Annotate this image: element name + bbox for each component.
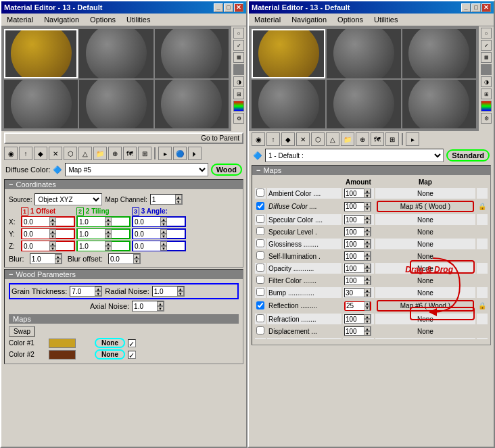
grain-up[interactable]: ▲ [95, 287, 101, 291]
map-row-3-checkbox[interactable] [256, 227, 264, 235]
reset-btn[interactable]: ✕ [49, 147, 62, 160]
goto-parent-button[interactable]: Go to Parent [4, 132, 243, 144]
right-show-map-btn[interactable]: 🗺 [371, 132, 384, 146]
color2-swatch[interactable] [49, 350, 76, 359]
blur-offset-input[interactable] [109, 254, 133, 264]
none1-badge[interactable]: None [95, 338, 125, 348]
radial-up[interactable]: ▲ [177, 287, 184, 291]
right-get-material-btn[interactable]: ◉ [252, 132, 265, 146]
y-offset-down[interactable]: ▼ [49, 234, 56, 239]
pick-btn[interactable]: ▸ [158, 147, 172, 160]
get-material-btn[interactable]: ◉ [4, 147, 18, 160]
map-row-3-amount-input[interactable] [345, 228, 364, 236]
map-row-0-amount-input[interactable] [345, 189, 364, 197]
axial-up[interactable]: ▲ [157, 301, 164, 306]
put-library-btn[interactable]: 📁 [93, 147, 107, 160]
right-assign-btn[interactable]: ◆ [281, 132, 295, 146]
right-sphere-4[interactable] [252, 80, 325, 129]
right-material-effects-btn[interactable]: ⊕ [356, 132, 369, 146]
map-select-dropdown[interactable]: Map #5 [65, 163, 208, 176]
map-row-7-amount-input[interactable] [345, 276, 364, 284]
sphere-6[interactable] [155, 80, 229, 129]
right-close-button[interactable]: ✕ [481, 3, 491, 12]
map-channel-down[interactable]: ▼ [175, 199, 182, 204]
y-angle-up[interactable]: ▲ [160, 229, 167, 234]
z-angle-down[interactable]: ▼ [160, 246, 167, 251]
right-sphere-2[interactable] [327, 29, 400, 78]
none2-badge[interactable]: None [95, 349, 125, 359]
right-tool-backlight-btn[interactable]: ◑ [481, 76, 492, 87]
y-tiling-down[interactable]: ▼ [105, 234, 112, 239]
right-reset-btn[interactable]: ✕ [296, 132, 310, 146]
blur-offset-down[interactable]: ▼ [133, 259, 140, 264]
right-tool-checker-btn[interactable]: ▦ [481, 52, 492, 63]
color1-swatch[interactable] [49, 339, 76, 348]
copy-btn[interactable]: ⬡ [64, 147, 77, 160]
map-row-4-amount-input[interactable] [345, 240, 364, 248]
z-tiling-input[interactable] [78, 241, 105, 251]
right-menu-utilities[interactable]: Utilities [371, 15, 400, 24]
blur-down[interactable]: ▼ [55, 259, 62, 264]
right-tool-sphere-btn[interactable]: ○ [481, 28, 492, 39]
tool-multi-btn[interactable]: ⊞ [233, 89, 244, 99]
tool-options-btn[interactable]: ⚙ [233, 113, 244, 124]
source-dropdown[interactable]: Object XYZ [34, 193, 102, 205]
right-tool-multi-btn[interactable]: ⊞ [481, 89, 492, 99]
right-sphere-3[interactable] [402, 29, 476, 78]
grain-down[interactable]: ▼ [95, 291, 101, 296]
left-close-button[interactable]: ✕ [234, 3, 243, 12]
map-row-11-amount-input[interactable] [345, 327, 364, 335]
right-tool-color-btn[interactable] [481, 101, 492, 111]
right-menu-options[interactable]: Options [335, 15, 366, 24]
map-row-1-checkbox[interactable] [256, 202, 264, 210]
map-row-10-checkbox[interactable] [256, 314, 264, 322]
right-tool-check-btn[interactable]: ✓ [481, 40, 492, 51]
right-show-end-btn[interactable]: ⊞ [385, 132, 399, 146]
z-tiling-up[interactable]: ▲ [105, 241, 112, 246]
right-copy-btn[interactable]: ⬡ [311, 132, 325, 146]
map-row-2-checkbox[interactable] [256, 215, 264, 223]
y-offset-up[interactable]: ▲ [49, 229, 56, 234]
tool-check-btn[interactable]: ✓ [233, 40, 244, 51]
left-menu-material[interactable]: Material [4, 15, 36, 24]
map-row-10-amount-input[interactable] [345, 315, 364, 323]
right-scroll-area[interactable]: − Maps Amount Map Ambient C [249, 164, 494, 447]
right-map-select-dropdown[interactable]: 1 - Default : [265, 149, 444, 162]
tool-bg-btn[interactable] [233, 64, 244, 75]
map-row-9-map-button[interactable]: Map #6 ( Wood ) [377, 300, 474, 312]
nav-btn[interactable]: 🔵 [173, 147, 187, 160]
z-angle-up[interactable]: ▲ [160, 241, 167, 246]
left-menu-options[interactable]: Options [87, 15, 118, 24]
color2-checkbox[interactable]: ✓ [128, 351, 136, 359]
right-menu-material[interactable]: Material [252, 15, 283, 24]
right-pick-btn[interactable]: ▸ [406, 132, 419, 146]
y-offset-input[interactable] [22, 229, 49, 239]
left-minimize-button[interactable]: _ [214, 3, 223, 12]
map-row-9-checkbox[interactable] [256, 301, 264, 309]
axial-down[interactable]: ▼ [157, 306, 164, 311]
x-offset-input[interactable] [22, 217, 49, 226]
tool-checker-btn[interactable]: ▦ [233, 52, 244, 63]
right-maximize-button[interactable]: □ [471, 3, 481, 12]
grain-input[interactable] [70, 287, 95, 296]
y-tiling-input[interactable] [78, 229, 105, 239]
wood-params-collapse-btn[interactable]: − [9, 270, 13, 278]
map-row-6-checkbox[interactable] [256, 264, 264, 272]
maps-collapse-btn[interactable]: − [256, 166, 260, 174]
sphere-1[interactable] [4, 29, 78, 78]
z-offset-up[interactable]: ▲ [49, 241, 56, 246]
map-channel-up[interactable]: ▲ [175, 195, 182, 199]
blur-input[interactable] [30, 254, 55, 264]
right-tool-bg-btn[interactable] [481, 64, 492, 75]
right-sphere-6[interactable] [402, 80, 476, 129]
left-scroll-area[interactable]: − Coordinates Source: Object XYZ Map Cha… [1, 178, 246, 447]
map-row-1-lock-icon[interactable]: 🔒 [477, 200, 488, 213]
show-end-btn[interactable]: ⊞ [138, 147, 151, 160]
y-angle-input[interactable] [133, 229, 160, 239]
map-row-4-checkbox[interactable] [256, 239, 264, 247]
x-angle-up[interactable]: ▲ [160, 217, 167, 222]
right-tool-options-btn[interactable]: ⚙ [481, 113, 492, 124]
map-row-1-map-button[interactable]: Map #5 ( Wood ) [377, 201, 474, 212]
right-sphere-5[interactable] [327, 80, 400, 129]
right-put-library-btn[interactable]: 📁 [341, 132, 354, 146]
